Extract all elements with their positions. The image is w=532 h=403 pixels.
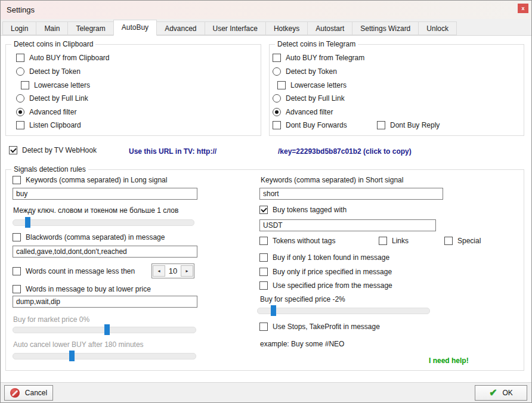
blackwords-checkbox[interactable]: Blackwords (comma separated) in message [13,233,165,241]
slider-thumb[interactable] [25,217,30,228]
tab-unlock[interactable]: Unlock [418,21,457,35]
radio-label: Detect by Full Link [286,94,345,103]
checkbox-label: Auto BUY from Clipboard [29,54,110,62]
checkbox-box [9,146,17,154]
cancel-button[interactable]: Cancel [4,385,53,401]
window-title: Settings [7,5,35,14]
words-count-spinner: ◂ 10 ▸ [151,264,194,278]
example-label: example: Buy some #NEO [260,340,344,348]
checkbox-label: Listen Clipboard [29,121,81,129]
auto-buy-from-clipboard-checkbox[interactable]: Auto BUY from Clipboard [16,54,110,62]
checkbox-label: Dont Buy Reply [390,121,440,129]
radio-circle [16,67,24,76]
webhook-url-key-link[interactable]: /key=22293bd5b87c01b2 (click to copy) [278,147,412,156]
market-price-slider[interactable] [13,324,196,335]
clipboard-detect-by-token-radio[interactable]: Detect by Token [16,67,81,76]
detect-by-tv-webhook-checkbox[interactable]: Detect by TV WebHook [9,146,97,154]
one-token-checkbox[interactable]: Buy if only 1 token found in message [259,253,389,262]
words-count-checkbox[interactable]: Words count in message less then [13,267,135,275]
telegram-advanced-filter-radio[interactable]: Advanced filter [273,108,333,116]
checkbox-label: Words count in message less then [26,267,135,275]
checkbox-box [377,121,385,129]
clipboard-detect-by-full-link-radio[interactable]: Detect by Full Link [16,94,88,103]
radio-label: Advanced filter [286,108,333,116]
checkbox-label: Tokens without tags [273,237,335,245]
checkbox-label: Detect by TV WebHook [22,146,97,154]
lower-price-words-input[interactable] [13,296,197,308]
cancel-button-label: Cancel [25,389,47,397]
slider-thumb[interactable] [69,351,75,361]
checkbox-label: Links [392,237,409,245]
special-checkbox[interactable]: Special [444,237,481,245]
tab-strip: Login Main Telegram AutoBuy Advanced Use… [1,19,531,36]
checkbox-box [259,237,268,245]
settings-window: Settings x Login Main Telegram AutoBuy A… [0,0,532,403]
use-stops-checkbox[interactable]: Use Stops, TakeProfit in message [259,323,380,331]
long-keywords-input[interactable] [13,188,197,200]
checkbox-box [259,268,268,276]
slider-track[interactable] [13,219,194,226]
dont-buy-reply-checkbox[interactable]: Dont Buy Reply [377,121,440,129]
checkbox-box [259,323,268,331]
telegram-lowercase-letters-checkbox[interactable]: Lowercase letters [277,81,347,89]
long-keywords-checkbox[interactable]: Keywords (comma separated) in Long signa… [13,176,167,184]
short-keywords-input[interactable] [259,188,443,200]
checkbox-box [16,121,24,129]
auto-cancel-slider[interactable] [13,351,196,361]
words-between-slider[interactable] [13,217,194,228]
need-help-link[interactable]: I need help! [429,356,469,365]
checkbox-label: Use specified price from the message [273,281,392,290]
checkbox-label: Lowercase letters [34,81,90,89]
tab-hotkeys[interactable]: Hotkeys [265,21,308,35]
checkbox-label: Use Stops, TakeProfit in message [273,323,380,331]
close-icon[interactable]: x [518,4,528,13]
tab-login[interactable]: Login [2,21,36,35]
radio-label: Advanced filter [29,108,76,116]
tab-autostart[interactable]: Autostart [307,21,352,35]
webhook-url-prefix-link[interactable]: Use this URL in TV: http:// [129,147,216,156]
radio-label: Detect by Full Link [29,94,88,103]
blackwords-input[interactable] [13,246,197,258]
short-keywords-label: Keywords (comma separated) in Short sign… [261,176,403,184]
spinner-decrement-icon[interactable]: ◂ [153,265,165,277]
slider-thumb[interactable] [104,324,110,335]
spinner-increment-icon[interactable]: ▸ [181,265,193,277]
tab-telegram[interactable]: Telegram [67,21,113,35]
checkbox-box [13,285,21,293]
slider-thumb[interactable] [271,305,276,316]
checkbox-label: Special [457,237,481,245]
listen-clipboard-checkbox[interactable]: Listen Clipboard [16,121,81,129]
checkbox-box [16,54,24,62]
tab-settings-wizard[interactable]: Settings Wizard [352,21,419,35]
checkbox-box [273,54,281,62]
ok-button[interactable]: ✔ OK [475,385,527,401]
checkbox-box [277,81,286,89]
tab-advanced[interactable]: Advanced [156,21,205,35]
telegram-detect-by-full-link-radio[interactable]: Detect by Full Link [273,94,345,103]
tab-main[interactable]: Main [36,21,68,35]
radio-label: Detect by Token [29,67,81,76]
clipboard-advanced-filter-radio[interactable]: Advanced filter [16,108,76,116]
use-specified-price-checkbox[interactable]: Use specified price from the message [259,281,392,290]
links-checkbox[interactable]: Links [379,237,409,245]
tab-user-interface[interactable]: User Interface [205,21,266,35]
radio-circle [16,108,24,116]
price-specified-checkbox[interactable]: Buy only if price specified in message [259,268,392,276]
checkbox-box [444,237,453,245]
dont-buy-forwards-checkbox[interactable]: Dont Buy Forwards [273,121,347,129]
tab-autobuy[interactable]: AutoBuy [113,20,157,36]
slider-track[interactable] [13,353,196,359]
tagged-with-input[interactable] [259,219,436,231]
slider-track[interactable] [257,308,430,314]
auto-buy-from-telegram-checkbox[interactable]: Auto BUY from Telegram [273,54,364,62]
specified-price-slider[interactable] [257,305,430,316]
clipboard-lowercase-letters-checkbox[interactable]: Lowercase letters [21,81,90,89]
telegram-detect-by-token-radio[interactable]: Detect by Token [273,67,337,76]
tokens-without-tags-checkbox[interactable]: Tokens without tags [259,237,335,245]
lower-price-words-checkbox[interactable]: Words in message to buy at lower price [13,285,151,293]
specified-price-label: Buy for specified price -2% [260,295,345,303]
footer-bar: Cancel ✔ OK [1,382,531,402]
buy-tokens-tagged-checkbox[interactable]: Buy tokens tagged with [259,206,347,214]
checkbox-label: Keywords (comma separated) in Long signa… [26,176,167,184]
clipboard-group-title: Detect coins in Clipboard [11,40,95,48]
